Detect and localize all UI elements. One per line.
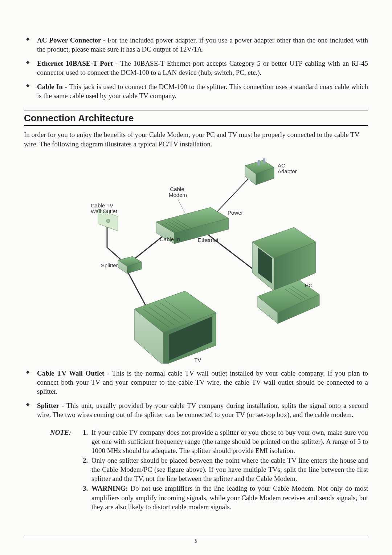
- svg-point-1: [106, 219, 110, 223]
- diagram-label: Power: [228, 210, 243, 216]
- term: AC Power Connector -: [37, 36, 107, 44]
- svg-text:Cable TV
    Wall Outlet: Cable TV Wall Outlet: [91, 202, 118, 214]
- svg-line-15: [178, 199, 187, 216]
- diagram-label: AC: [278, 162, 285, 169]
- page-footer: 5: [24, 537, 368, 544]
- diagram-label: PC: [305, 282, 313, 288]
- section-title: Connection Architecture: [24, 113, 368, 124]
- note-item: 3. WARNING: Do not use amplifiers in the…: [83, 484, 368, 511]
- diagram-label: Modem: [169, 192, 187, 198]
- note-text: Only one splitter should be placed betwe…: [91, 456, 368, 483]
- list-item: Cable In - This jack is used to connect …: [24, 82, 368, 100]
- list-item: AC Power Connector - For the included po…: [24, 36, 368, 54]
- diagram-label: Adaptor: [278, 168, 297, 174]
- svg-rect-19: [258, 160, 260, 165]
- svg-text:Cable
    Modem: Cable Modem: [169, 186, 187, 198]
- note-number: 2.: [83, 456, 91, 483]
- list-item: Cable TV Wall Outlet - This is the norma…: [24, 369, 368, 396]
- connection-diagram: Cable TV Wall Outlet Splitter Cable Mode…: [69, 153, 323, 364]
- page-number: 5: [195, 538, 197, 544]
- section-divider-top: [24, 110, 368, 110]
- list-item: Splitter - This unit, usually provided b…: [24, 401, 368, 419]
- diagram-label: Wall Outlet: [91, 208, 118, 214]
- note-item: 1. If your cable TV company does not pro…: [83, 428, 368, 455]
- lower-bullet-list: Cable TV Wall Outlet - This is the norma…: [24, 369, 368, 419]
- note-item: 2. Only one splitter should be placed be…: [83, 456, 368, 483]
- pc-icon: [252, 227, 319, 324]
- ac-adaptor-icon: [245, 158, 274, 185]
- diagram-label: Ethernet: [198, 237, 219, 243]
- section-intro: In order for you to enjoy the benefits o…: [24, 130, 368, 148]
- note-label: NOTE:: [50, 428, 83, 512]
- note-lead: WARNING:: [91, 485, 130, 492]
- term-text: This unit, usually provided by your cabl…: [37, 402, 368, 418]
- diagram-label: TV: [194, 357, 201, 363]
- note-number: 3.: [83, 484, 91, 511]
- term-text: This jack is used to connect the DCM-100…: [37, 83, 368, 100]
- term: Cable In -: [37, 83, 69, 90]
- svg-rect-20: [263, 158, 265, 163]
- tv-icon: [134, 291, 216, 364]
- diagram-label: Cable TV: [91, 202, 113, 208]
- term: Splitter -: [37, 402, 66, 409]
- term-sep: -: [104, 369, 112, 377]
- top-bullet-list: AC Power Connector - For the included po…: [24, 36, 368, 100]
- note-text: If your cable TV company does not provid…: [91, 428, 368, 455]
- term: Cable TV Wall Outlet: [37, 369, 104, 377]
- diagram-label: Splitter: [101, 262, 118, 268]
- term: Ethernet 10BASE-T Port -: [37, 60, 120, 67]
- note-number: 1.: [83, 428, 91, 455]
- list-item: Ethernet 10BASE-T Port - The 10BASE-T Et…: [24, 59, 368, 77]
- svg-text:AC
    Adaptor: AC Adaptor: [278, 162, 297, 174]
- note-text: WARNING: Do not use amplifiers in the li…: [91, 484, 368, 511]
- diagram-label: Cable In: [160, 236, 180, 242]
- splitter-icon: [118, 256, 142, 274]
- section-divider-bottom: [24, 125, 368, 126]
- diagram-label: Cable: [170, 186, 184, 192]
- note-block: NOTE: 1. If your cable TV company does n…: [50, 428, 368, 512]
